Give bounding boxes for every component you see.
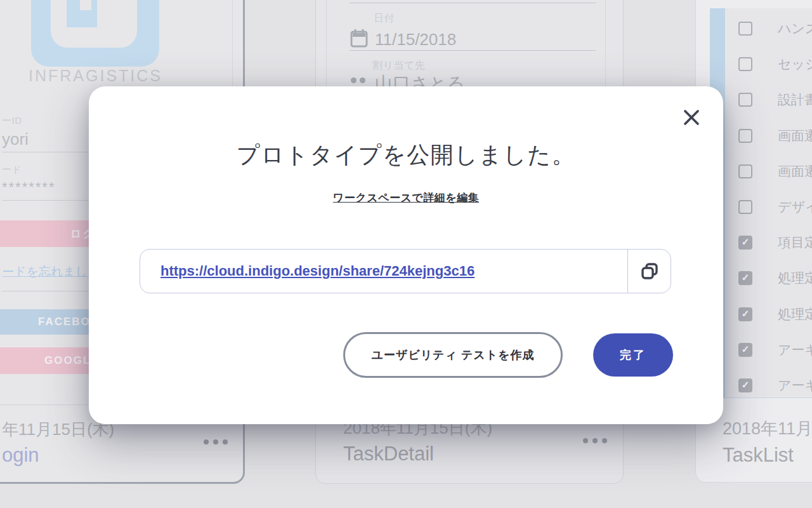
prototype-published-dialog: プロトタイプを公開しました。 ワークスペースで詳細を編集 ユーザビリティ テスト… (89, 86, 723, 424)
screens-dashboard: INFRAGISTICS ーID yori ード ******** ログ ードを… (0, 0, 812, 508)
copy-url-button[interactable] (627, 250, 671, 293)
copy-icon (640, 262, 659, 281)
share-url-input[interactable] (140, 250, 627, 293)
share-url-field (140, 249, 671, 293)
dialog-title: プロトタイプを公開しました。 (89, 140, 723, 171)
close-icon (683, 109, 700, 126)
edit-in-workspace-link[interactable]: ワークスペースで詳細を編集 (333, 192, 479, 204)
done-button[interactable]: 完了 (593, 333, 673, 377)
close-button[interactable] (681, 108, 702, 128)
create-usability-test-button[interactable]: ユーザビリティ テストを作成 (343, 332, 563, 378)
